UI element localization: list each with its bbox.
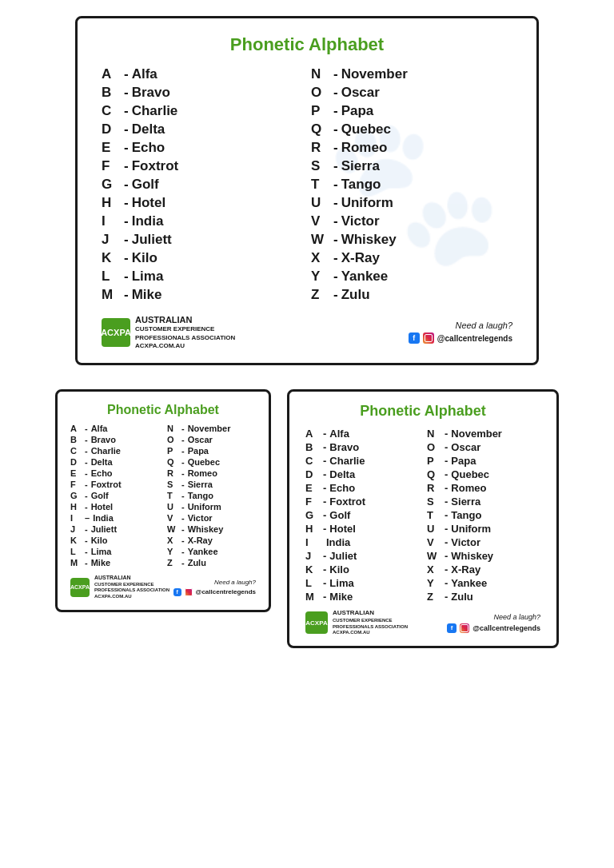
social-row: f @callcentrelegends — [409, 332, 512, 344]
alpha-word: Foxtrot — [329, 496, 365, 508]
list-item: D-Delta — [102, 121, 303, 137]
list-item: C-Charlie — [70, 446, 159, 456]
medium-card-title: Phonetic Alphabet — [305, 403, 540, 420]
alpha-letter: E — [305, 482, 323, 494]
alpha-letter: F — [305, 496, 323, 508]
medium-need-laugh: Need a laugh? — [447, 613, 540, 621]
alpha-letter: B — [70, 435, 85, 444]
alpha-word: Papa — [341, 103, 374, 119]
alpha-letter: D — [305, 468, 323, 480]
alpha-letter: C — [70, 446, 85, 456]
alpha-dash: - — [181, 547, 185, 556]
alpha-letter: W — [427, 550, 445, 562]
alpha-word: Delta — [329, 468, 355, 480]
alpha-letter: F — [102, 158, 124, 174]
alpha-letter: P — [167, 446, 181, 456]
list-item: T-Tango — [311, 177, 512, 193]
alpha-letter: R — [167, 468, 181, 478]
list-item: P-Papa — [427, 455, 540, 467]
medium-facebook-icon: f — [447, 623, 457, 633]
alpha-word: Juliet — [329, 550, 357, 562]
small-alphabet-grid: A-AlfaB-BravoC-CharlieD-DeltaE-EchoF-Fox… — [70, 424, 256, 567]
alpha-letter: Z — [427, 591, 445, 603]
alpha-word: Bravo — [91, 435, 116, 444]
alpha-word: Romeo — [188, 468, 217, 478]
alpha-letter: I — [102, 213, 124, 229]
alpha-word: Delta — [91, 457, 113, 467]
instagram-icon — [423, 332, 434, 344]
list-item: K-Kilo — [305, 563, 419, 575]
alpha-dash: - — [445, 455, 448, 467]
alpha-word: Oscar — [451, 441, 480, 453]
alpha-dash: - — [445, 523, 448, 535]
list-item: N-November — [167, 424, 256, 433]
list-item: T-Tango — [167, 491, 256, 500]
alpha-letter: M — [70, 558, 85, 567]
alpha-dash: - — [323, 468, 326, 480]
alpha-dash: - — [333, 140, 338, 156]
list-item: S-Sierra — [311, 158, 512, 174]
alpha-word: Lima — [132, 269, 164, 285]
list-item: O-Oscar — [427, 441, 540, 453]
large-card-footer: ACXPA AUSTRALIAN CUSTOMER EXPERIENCEPROF… — [102, 314, 512, 350]
alpha-dash: - — [124, 213, 129, 229]
card-large: 🐾 Phonetic Alphabet A-AlfaB-BravoC-Charl… — [75, 16, 539, 365]
alpha-word: Zulu — [188, 558, 206, 567]
list-item: G-Golf — [102, 177, 303, 193]
card-medium: Phonetic Alphabet A-AlfaB-BravoC-Charlie… — [287, 389, 559, 648]
alpha-dash: - — [445, 591, 448, 603]
list-item: P-Papa — [167, 446, 256, 456]
list-item: W-Whiskey — [427, 550, 540, 562]
list-item: M-Mike — [70, 558, 159, 567]
alpha-letter: A — [102, 66, 124, 82]
list-item: C-Charlie — [305, 455, 419, 467]
alpha-dash: - — [124, 250, 129, 266]
list-item: M-Mike — [102, 287, 303, 303]
list-item: B-Bravo — [305, 441, 419, 453]
list-item: I-India — [102, 213, 303, 229]
footer-logo: ACXPA AUSTRALIAN CUSTOMER EXPERIENCEPROF… — [102, 314, 235, 350]
logo-main-text: AUSTRALIAN — [135, 314, 235, 325]
alpha-dash: - — [181, 468, 185, 478]
list-item: Z-Zulu — [427, 591, 540, 603]
alpha-word: Tango — [188, 491, 213, 500]
alpha-word: India — [326, 536, 350, 548]
alpha-word: Hotel — [132, 195, 166, 211]
alpha-word: Mike — [132, 287, 162, 303]
alpha-word: Kilo — [132, 250, 157, 266]
medium-card-footer: ACXPA AUSTRALIAN CUSTOMER EXPERIENCEPROF… — [305, 609, 540, 636]
alpha-dash: – — [85, 513, 90, 523]
alpha-word: Golf — [132, 177, 159, 193]
alpha-letter: V — [427, 536, 445, 548]
alpha-letter: O — [311, 85, 333, 101]
alpha-letter: H — [305, 523, 323, 535]
alpha-word: Sierra — [451, 496, 480, 508]
alpha-dash: - — [445, 482, 448, 494]
alpha-dash: - — [181, 480, 185, 489]
alpha-dash: - — [85, 468, 88, 478]
list-item: J-Juliett — [102, 232, 303, 248]
list-item: B-Bravo — [102, 85, 303, 101]
logo-text: AUSTRALIAN CUSTOMER EXPERIENCEPROFESSION… — [135, 314, 235, 350]
alpha-dash: - — [124, 121, 129, 137]
list-item: E-Echo — [305, 482, 419, 494]
alpha-word: Hotel — [91, 502, 114, 512]
alpha-word: Yankee — [188, 547, 218, 556]
alpha-letter: A — [70, 424, 85, 433]
alpha-dash: - — [181, 435, 185, 444]
alpha-word: Zulu — [341, 287, 370, 303]
alpha-letter: W — [167, 524, 181, 534]
alpha-word: Mike — [329, 591, 353, 603]
small-facebook-icon: f — [173, 588, 181, 596]
alpha-dash: - — [124, 158, 129, 174]
medium-footer-logo: ACXPA AUSTRALIAN CUSTOMER EXPERIENCEPROF… — [305, 609, 408, 636]
list-item: S-Sierra — [427, 496, 540, 508]
alpha-word: Victor — [188, 513, 213, 523]
alpha-word: Uniform — [451, 523, 491, 535]
alpha-letter: Z — [167, 558, 181, 567]
alpha-dash: - — [323, 455, 326, 467]
alpha-letter: L — [305, 577, 323, 589]
large-alphabet-grid: A-AlfaB-BravoC-CharlieD-DeltaE-EchoF-Fox… — [102, 66, 512, 303]
alpha-word: Tango — [451, 509, 481, 521]
alpha-dash: - — [333, 158, 338, 174]
